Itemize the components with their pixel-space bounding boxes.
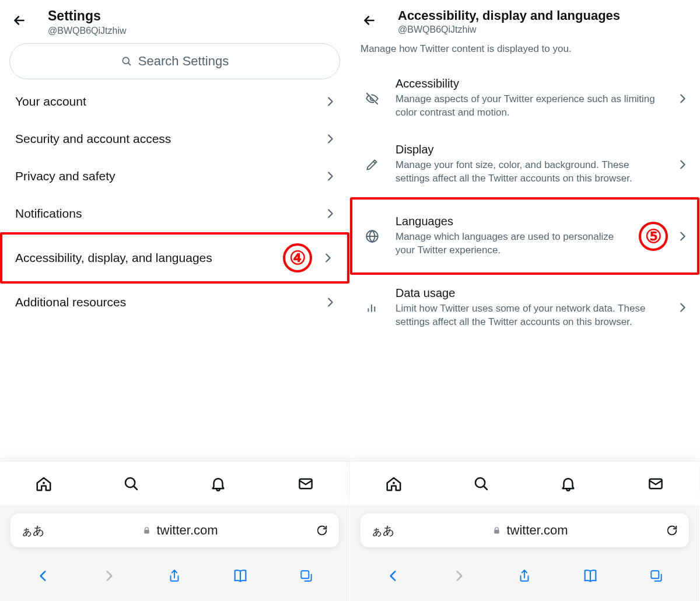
detail-item-languages[interactable]: Languages Manage which languages are use… bbox=[350, 197, 699, 275]
bars-icon bbox=[360, 300, 384, 315]
lock-icon bbox=[142, 526, 152, 536]
search-tab[interactable] bbox=[120, 472, 143, 495]
messages-tab[interactable] bbox=[294, 472, 317, 495]
user-handle: @BWQB6QiJtzhiw bbox=[398, 25, 690, 35]
notifications-tab[interactable] bbox=[556, 472, 580, 495]
messages-tab[interactable] bbox=[644, 472, 667, 495]
globe-icon bbox=[360, 229, 384, 244]
search-tab[interactable] bbox=[470, 472, 493, 495]
page-title: Accessibility, display and languages bbox=[398, 8, 690, 23]
detail-item-data-usage[interactable]: Data usage Limit how Twitter uses some o… bbox=[350, 275, 699, 341]
eye-off-icon bbox=[360, 91, 384, 106]
right-pane: Accessibility, display and languages @BW… bbox=[350, 0, 700, 601]
safari-toolbar: ぁあ twitter.com bbox=[0, 505, 349, 601]
chevron-right-icon bbox=[324, 95, 337, 108]
text-size-button[interactable]: ぁあ bbox=[371, 523, 394, 539]
safari-bookmarks[interactable] bbox=[229, 564, 252, 588]
detail-item-display[interactable]: Display Manage your font size, color, an… bbox=[350, 131, 699, 197]
item-title: Languages bbox=[396, 215, 629, 228]
reload-button[interactable] bbox=[666, 524, 678, 537]
pencil-icon bbox=[360, 157, 384, 172]
chevron-right-icon bbox=[324, 207, 337, 220]
item-label: Accessibility, display, and languages bbox=[15, 251, 313, 265]
chevron-right-icon bbox=[676, 230, 689, 243]
settings-item-accessibility[interactable]: Accessibility, display, and languages ④ bbox=[0, 232, 349, 284]
settings-item-security[interactable]: Security and account access bbox=[0, 120, 349, 158]
page-title: Settings bbox=[48, 8, 340, 25]
item-label: Additional resources bbox=[15, 295, 316, 309]
safari-share[interactable] bbox=[513, 564, 536, 588]
settings-item-additional[interactable]: Additional resources bbox=[0, 284, 349, 321]
url-text: twitter.com bbox=[156, 523, 218, 538]
search-settings-input[interactable]: Search Settings bbox=[9, 43, 340, 79]
settings-item-your-account[interactable]: Your account bbox=[0, 83, 349, 120]
twitter-bottom-nav bbox=[0, 461, 349, 505]
chevron-right-icon bbox=[321, 251, 334, 264]
back-button[interactable] bbox=[9, 11, 29, 30]
chevron-right-icon bbox=[324, 132, 337, 145]
item-desc: Manage your font size, color, and backgr… bbox=[396, 159, 664, 186]
address-bar[interactable]: ぁあ twitter.com bbox=[360, 513, 689, 547]
home-tab[interactable] bbox=[382, 472, 405, 495]
item-desc: Limit how Twitter uses some of your netw… bbox=[396, 302, 664, 329]
search-icon bbox=[121, 55, 132, 67]
chevron-right-icon bbox=[324, 170, 337, 183]
safari-toolbar: ぁあ twitter.com bbox=[350, 505, 699, 601]
address-bar[interactable]: ぁあ twitter.com bbox=[10, 513, 339, 547]
home-tab[interactable] bbox=[32, 472, 55, 495]
item-label: Notifications bbox=[15, 207, 316, 221]
annotation-badge-4: ④ bbox=[283, 243, 312, 272]
header: Settings @BWQB6QiJtzhiw bbox=[0, 0, 349, 42]
item-title: Data usage bbox=[396, 286, 664, 300]
item-title: Accessibility bbox=[396, 77, 664, 90]
url-text: twitter.com bbox=[506, 523, 568, 538]
header: Accessibility, display and languages @BW… bbox=[350, 0, 699, 41]
text-size-button[interactable]: ぁあ bbox=[21, 523, 44, 539]
item-label: Privacy and safety bbox=[15, 169, 316, 183]
lock-icon bbox=[492, 526, 502, 536]
safari-tabs[interactable] bbox=[645, 564, 668, 588]
safari-back[interactable] bbox=[382, 564, 405, 588]
user-handle: @BWQB6QiJtzhiw bbox=[48, 26, 340, 36]
twitter-bottom-nav bbox=[350, 461, 699, 505]
chevron-right-icon bbox=[676, 301, 689, 314]
chevron-right-icon bbox=[676, 158, 689, 171]
notifications-tab[interactable] bbox=[206, 472, 230, 495]
item-title: Display bbox=[396, 143, 664, 156]
safari-forward[interactable] bbox=[97, 564, 121, 588]
item-desc: Manage which languages are used to perso… bbox=[396, 230, 629, 257]
left-pane: Settings @BWQB6QiJtzhiw Search Settings … bbox=[0, 0, 350, 601]
settings-item-privacy[interactable]: Privacy and safety bbox=[0, 158, 349, 195]
section-description: Manage how Twitter content is displayed … bbox=[350, 41, 699, 65]
safari-share[interactable] bbox=[163, 564, 186, 588]
back-button[interactable] bbox=[359, 11, 379, 30]
safari-tabs[interactable] bbox=[295, 564, 318, 588]
detail-item-accessibility[interactable]: Accessibility Manage aspects of your Twi… bbox=[350, 65, 699, 131]
search-placeholder: Search Settings bbox=[138, 54, 229, 69]
item-label: Your account bbox=[15, 95, 316, 109]
safari-bookmarks[interactable] bbox=[579, 564, 602, 588]
settings-item-notifications[interactable]: Notifications bbox=[0, 195, 349, 232]
item-label: Security and account access bbox=[15, 132, 316, 146]
safari-back[interactable] bbox=[32, 564, 55, 588]
annotation-badge-5: ⑤ bbox=[639, 222, 668, 251]
item-desc: Manage aspects of your Twitter experienc… bbox=[396, 93, 664, 120]
chevron-right-icon bbox=[676, 92, 689, 105]
chevron-right-icon bbox=[324, 296, 337, 309]
reload-button[interactable] bbox=[316, 524, 328, 537]
safari-forward[interactable] bbox=[447, 564, 471, 588]
